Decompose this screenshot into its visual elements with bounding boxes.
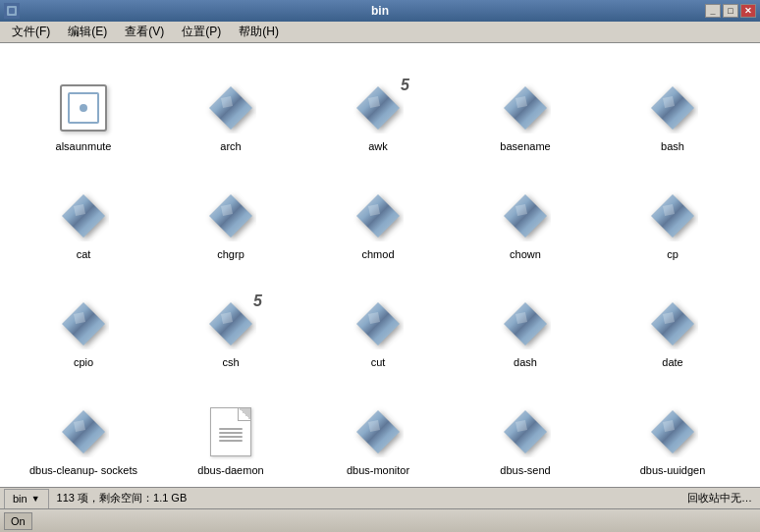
list-item[interactable]: dbus-daemon [157,377,304,485]
list-item[interactable]: 5awk [304,53,452,161]
list-item[interactable]: dbus-cleanup- sockets [10,377,157,485]
list-item[interactable]: cat [10,161,157,269]
svg-marker-35 [516,420,527,432]
file-icon [205,298,256,349]
file-label: cut [371,355,386,369]
list-item[interactable]: chmod [304,161,452,269]
file-icon [58,406,109,457]
file-icon-wrapper [645,80,700,135]
file-icon-wrapper [498,80,553,135]
list-item[interactable]: dbus-uuidgen [599,377,746,485]
list-item[interactable]: dash [452,269,599,377]
list-item[interactable]: 5domainname [599,485,746,487]
list-item[interactable]: dd [10,485,157,487]
file-label: dbus-send [500,463,550,477]
location-tab[interactable]: bin ▼ [4,489,49,508]
file-label: csh [222,355,239,369]
file-icon-wrapper [498,188,553,243]
close-button[interactable]: ✕ [740,4,756,18]
list-item[interactable]: chown [452,161,599,269]
svg-marker-2 [209,86,252,130]
menu-edit[interactable]: 编辑(E) [60,22,115,42]
file-icon-wrapper [203,404,258,459]
svg-marker-31 [74,420,85,432]
maximize-button[interactable]: □ [723,4,738,18]
list-item[interactable]: chgrp [157,161,304,269]
file-icon [647,82,698,133]
file-icon-wrapper [351,188,406,243]
file-icon-wrapper [645,188,700,243]
svg-marker-7 [516,96,527,108]
list-item[interactable]: bash [599,53,746,161]
svg-marker-20 [62,302,105,346]
file-icon-wrapper [56,404,111,459]
list-item[interactable]: 5csh [157,269,304,377]
file-icon [500,190,551,241]
list-item[interactable]: date [599,269,746,377]
svg-rect-1 [9,8,15,14]
file-icon [647,190,698,241]
file-icon [353,82,404,133]
list-item[interactable]: dbus-monitor [304,377,452,485]
file-label: chgrp [217,247,244,261]
file-icon-wrapper [351,296,406,351]
file-icon-wrapper: 5 [203,296,258,351]
window-icon [4,3,20,19]
list-item[interactable]: arch [157,53,304,161]
file-icon-wrapper [56,80,111,135]
menu-view[interactable]: 查看(V) [117,22,172,42]
file-icon [210,407,251,456]
file-icon-wrapper [203,188,258,243]
statusbar: bin ▼ 113 项，剩余空间：1.1 GB 回收站中无… [0,487,760,508]
file-label: dash [514,355,537,369]
file-icon-wrapper [351,404,406,459]
svg-marker-25 [368,312,380,324]
list-item[interactable]: df [157,485,304,487]
file-browser: alsaunmutearch5awkbasenamebashcatchgrpch… [0,43,760,487]
svg-marker-13 [221,204,233,216]
list-item[interactable]: dbus-send [452,377,599,485]
svg-marker-4 [356,86,400,130]
file-label: bash [661,139,684,153]
file-icon [60,84,107,132]
file-icon-wrapper [203,80,258,135]
list-item[interactable]: basename [452,53,599,161]
list-item[interactable]: cpio [10,269,157,377]
menu-file[interactable]: 文件(F) [4,22,58,42]
file-icon [58,190,109,241]
file-icon [647,406,698,457]
list-item[interactable]: 5dnsdomainname [452,485,599,487]
file-icon [353,298,404,349]
file-icon [647,298,698,349]
file-label: dbus-daemon [197,463,263,477]
window-controls[interactable]: _ □ ✕ [705,4,756,18]
file-icon [353,406,404,457]
svg-marker-36 [651,410,694,453]
svg-marker-37 [663,420,675,432]
file-grid: alsaunmutearch5awkbasenamebashcatchgrpch… [10,53,750,487]
menu-help[interactable]: 帮助(H) [231,22,287,42]
trash-status: 回收站中无… [683,491,756,505]
file-icon [205,190,256,241]
titlebar: bin _ □ ✕ [0,0,760,22]
svg-marker-28 [651,302,694,346]
file-icon-wrapper [498,296,553,351]
minimize-button[interactable]: _ [705,4,721,18]
svg-marker-23 [221,312,233,324]
svg-marker-14 [356,194,400,238]
list-item[interactable]: dmesg [304,485,452,487]
menu-location[interactable]: 位置(P) [174,22,229,42]
svg-marker-30 [62,410,105,453]
file-label: chown [510,247,541,261]
svg-marker-19 [663,204,675,216]
list-item[interactable]: alsaunmute [10,53,157,161]
svg-marker-11 [74,204,85,216]
file-label: arch [220,139,241,153]
list-item[interactable]: cp [599,161,746,269]
svg-marker-33 [368,420,380,432]
status-info: 113 项，剩余空间：1.1 GB [49,491,683,505]
svg-marker-24 [356,302,400,346]
file-icon-wrapper: 5 [351,80,406,135]
list-item[interactable]: cut [304,269,452,377]
svg-marker-12 [209,194,252,238]
